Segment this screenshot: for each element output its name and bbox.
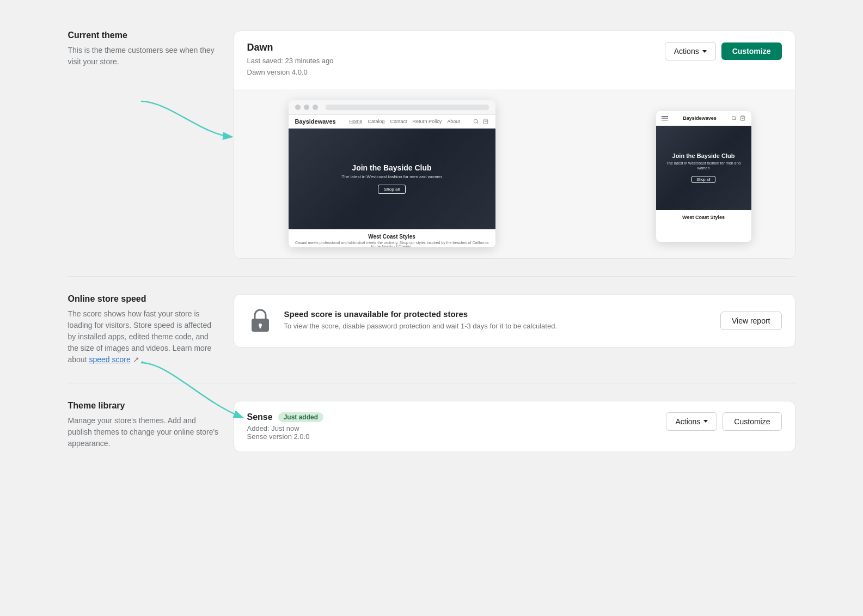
just-added-badge: Just added (278, 412, 323, 422)
library-section-desc: Manage your store's themes. Add and publ… (68, 415, 221, 449)
current-theme-title: Current theme (68, 31, 221, 40)
bag-icon (483, 119, 488, 124)
browser-dot-red (295, 105, 301, 110)
hero-title: Join the Bayside Club (342, 163, 442, 172)
speed-score-link[interactable]: speed score (89, 355, 130, 364)
current-theme-card: Dawn Last saved: 23 minutes ago Dawn ver… (234, 31, 795, 259)
library-theme-name: Sense (247, 412, 273, 422)
west-coast-title: West Coast Styles (295, 234, 489, 240)
browser-bottom: West Coast Styles Casual meets professio… (289, 229, 495, 247)
browser-hero: Join the Bayside Club The latest in West… (289, 129, 495, 229)
speed-card: Speed score is unavailable for protected… (234, 294, 795, 347)
library-theme-card: Sense Just added Added: Just now Sense v… (234, 401, 795, 452)
nav-icons (473, 119, 488, 124)
nav-link-home: Home (350, 119, 363, 124)
speed-section-desc: The score shows how fast your store is l… (68, 308, 221, 365)
library-version: Sense version 2.0.0 (247, 432, 324, 441)
library-section-title: Theme library (68, 401, 221, 411)
mobile-bottom: West Coast Styles (656, 210, 751, 224)
customize-button[interactable]: Customize (721, 42, 782, 60)
theme-actions-group: Actions Customize (665, 42, 782, 60)
mobile-hero-subtitle: The latest in Westcoast fashion for men … (660, 161, 747, 170)
mobile-nav: Baysidewaves (656, 111, 751, 126)
library-actions-button[interactable]: Actions (666, 412, 717, 431)
featured-products: Casual meets professional and whimsical … (295, 241, 489, 247)
library-card-header: Sense Just added Added: Just now Sense v… (247, 412, 782, 441)
actions-button[interactable]: Actions (665, 42, 716, 60)
nav-link-contact: Contact (390, 119, 407, 124)
mobile-hero-title: Join the Bayside Club (660, 153, 747, 159)
svg-point-0 (474, 119, 478, 123)
browser-dot-green (313, 105, 318, 110)
hero-text: Join the Bayside Club The latest in West… (342, 163, 442, 194)
theme-info: Dawn Last saved: 23 minutes ago Dawn ver… (247, 42, 334, 78)
view-report-button[interactable]: View report (720, 312, 782, 330)
mobile-search-icon (731, 115, 737, 121)
nav-links: Home Catalog Contact Return Policy About (350, 119, 460, 124)
mobile-bag-icon (740, 115, 745, 121)
mobile-shop-btn: Shop all (691, 176, 715, 183)
svg-rect-9 (259, 326, 261, 328)
speed-section-title: Online store speed (68, 294, 221, 304)
library-actions-group: Actions Customize (666, 412, 781, 431)
current-theme-desc: This is the theme customers see when the… (68, 45, 221, 68)
shop-all-btn: Shop all (378, 185, 406, 194)
library-theme-name-row: Sense Just added (247, 412, 324, 422)
browser-url-bar (326, 105, 489, 110)
browser-bar (289, 100, 495, 115)
nav-link-catalog: Catalog (368, 119, 385, 124)
library-chevron-icon (703, 420, 708, 423)
chevron-down-icon (702, 50, 707, 53)
library-added-label: Added: Just now (247, 424, 324, 432)
hamburger-icon (662, 115, 668, 121)
desktop-preview: Baysidewaves Home Catalog Contact Return… (289, 100, 495, 247)
actions-label: Actions (674, 47, 699, 56)
speed-desc-suffix: . (142, 355, 144, 364)
nav-link-return: Return Policy (413, 119, 442, 124)
library-actions-label: Actions (675, 417, 700, 426)
mobile-store-logo: Baysidewaves (683, 115, 717, 121)
search-icon (473, 119, 479, 124)
library-theme-info: Sense Just added Added: Just now Sense v… (247, 412, 324, 441)
mobile-hero: Join the Bayside Club The latest in West… (656, 126, 751, 210)
svg-point-5 (732, 116, 736, 120)
browser-nav: Baysidewaves Home Catalog Contact Return… (289, 115, 495, 129)
mobile-hero-text: Join the Bayside Club The latest in West… (656, 153, 751, 183)
store-logo: Baysidewaves (295, 118, 336, 125)
hero-subtitle: The latest in Westcoast fashion for men … (342, 174, 442, 179)
lock-icon (247, 308, 273, 334)
speed-card-desc: To view the score, disable password prot… (284, 321, 709, 332)
theme-version: Dawn version 4.0.0 (247, 67, 334, 78)
nav-link-about: About (447, 119, 460, 124)
theme-preview-area: Baysidewaves Home Catalog Contact Return… (234, 89, 795, 258)
browser-dot-yellow (304, 105, 309, 110)
speed-card-title: Speed score is unavailable for protected… (284, 309, 709, 319)
mobile-west-coast: West Coast Styles (662, 215, 746, 220)
speed-card-info: Speed score is unavailable for protected… (284, 309, 709, 332)
library-customize-button[interactable]: Customize (723, 412, 781, 431)
mobile-preview: Baysidewaves Join the Bayside Club The l… (656, 111, 751, 242)
theme-name: Dawn (247, 42, 334, 53)
theme-last-saved: Last saved: 23 minutes ago (247, 56, 334, 67)
